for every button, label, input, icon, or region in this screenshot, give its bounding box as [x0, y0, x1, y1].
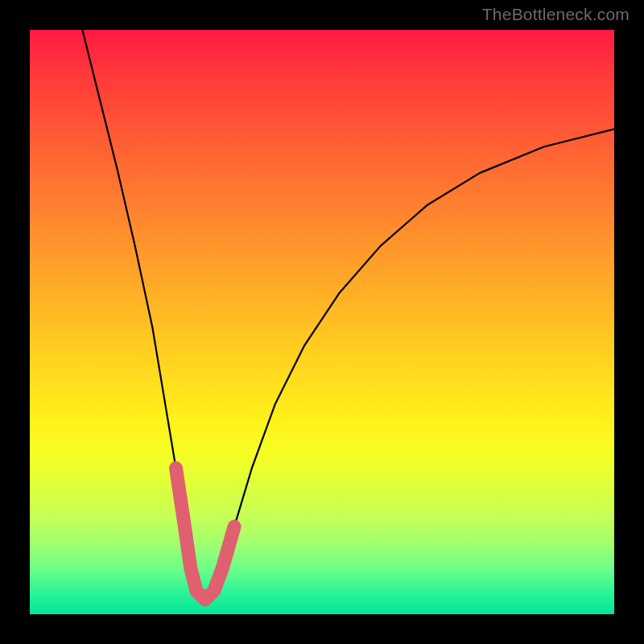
chart-frame: TheBottleneck.com — [0, 0, 644, 644]
watermark-text: TheBottleneck.com — [482, 5, 630, 24]
chart-svg — [30, 30, 614, 614]
plot-area — [30, 30, 614, 614]
bottleneck-curve — [82, 30, 614, 600]
valley-overlay — [176, 469, 235, 600]
